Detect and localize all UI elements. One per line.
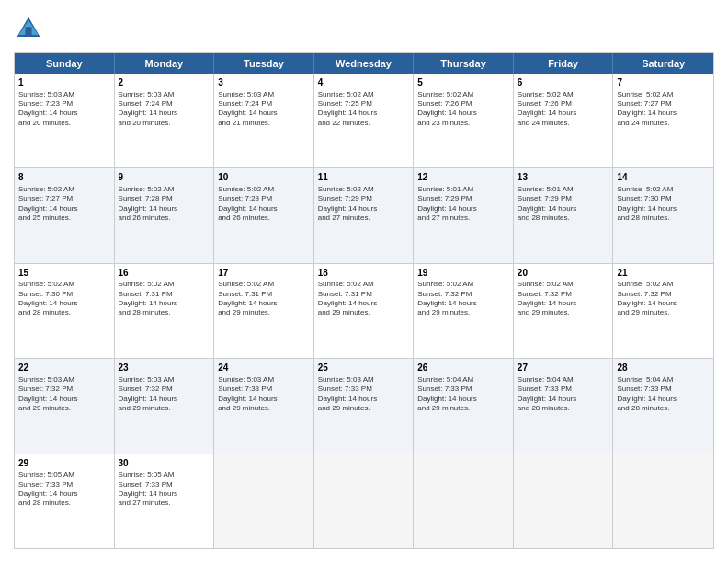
day-number: 5 — [417, 76, 509, 89]
cell-line: Sunrise: 5:01 AM — [518, 185, 609, 194]
day-number: 26 — [417, 362, 509, 374]
cell-line: and 27 minutes. — [119, 499, 210, 508]
day-number: 1 — [18, 76, 110, 89]
day-number: 10 — [218, 171, 310, 184]
calendar-cell-16: 16Sunrise: 5:02 AMSunset: 7:31 PMDayligh… — [115, 264, 215, 358]
day-number: 4 — [318, 76, 410, 89]
calendar-cell-28: 28Sunrise: 5:04 AMSunset: 7:33 PMDayligh… — [613, 359, 713, 453]
calendar-cell-15: 15Sunrise: 5:02 AMSunset: 7:30 PMDayligh… — [15, 264, 115, 358]
calendar-row-4: 29Sunrise: 5:05 AMSunset: 7:33 PMDayligh… — [15, 454, 713, 548]
cell-line: Sunrise: 5:03 AM — [18, 375, 110, 385]
cell-line: Daylight: 14 hours — [18, 489, 110, 499]
calendar-cell-27: 27Sunrise: 5:04 AMSunset: 7:33 PMDayligh… — [514, 359, 614, 453]
cell-line: Sunset: 7:28 PM — [218, 194, 310, 203]
calendar-cell-9: 9Sunrise: 5:02 AMSunset: 7:28 PMDaylight… — [115, 168, 215, 262]
cell-line: and 28 minutes. — [18, 499, 110, 508]
day-number: 19 — [417, 267, 509, 280]
cell-line: Daylight: 14 hours — [119, 489, 210, 499]
cell-line: Daylight: 14 hours — [318, 395, 410, 404]
day-number: 11 — [318, 171, 410, 184]
cell-line: Sunset: 7:26 PM — [417, 99, 509, 109]
calendar-row-3: 22Sunrise: 5:03 AMSunset: 7:32 PMDayligh… — [15, 359, 713, 454]
cell-line: Daylight: 14 hours — [518, 204, 609, 213]
day-number: 7 — [617, 76, 710, 89]
cell-line: Sunset: 7:33 PM — [218, 385, 310, 394]
cell-line: Daylight: 14 hours — [119, 395, 210, 404]
day-number: 21 — [617, 267, 710, 280]
day-number: 29 — [18, 457, 110, 470]
calendar-cell-3: 3Sunrise: 5:03 AMSunset: 7:24 PMDaylight… — [214, 74, 314, 167]
cell-line: Sunrise: 5:02 AM — [218, 280, 310, 289]
cell-line: Sunset: 7:29 PM — [318, 194, 410, 203]
day-number: 16 — [119, 267, 210, 280]
cell-line: Sunrise: 5:03 AM — [218, 375, 310, 385]
cell-line: and 26 minutes. — [119, 213, 210, 223]
cell-line: Sunset: 7:32 PM — [18, 385, 110, 394]
header-day-friday: Friday — [514, 53, 614, 74]
cell-line: Sunrise: 5:02 AM — [318, 185, 410, 194]
cell-line: and 26 minutes. — [218, 213, 310, 223]
cell-line: Daylight: 14 hours — [119, 109, 210, 118]
cell-line: Sunrise: 5:02 AM — [417, 90, 509, 99]
day-number: 8 — [18, 171, 110, 184]
cell-line: Sunrise: 5:02 AM — [617, 280, 710, 289]
day-number: 22 — [18, 362, 110, 374]
cell-line: and 29 minutes. — [318, 404, 410, 413]
cell-line: Daylight: 14 hours — [417, 299, 509, 308]
calendar-cell-4: 4Sunrise: 5:02 AMSunset: 7:25 PMDaylight… — [314, 74, 415, 167]
cell-line: Sunrise: 5:02 AM — [18, 185, 110, 194]
cell-line: Sunset: 7:29 PM — [518, 194, 609, 203]
cell-line: Sunrise: 5:04 AM — [417, 375, 509, 385]
calendar-cell-empty — [214, 454, 314, 548]
cell-line: Sunrise: 5:04 AM — [518, 375, 609, 385]
cell-line: Sunrise: 5:02 AM — [18, 280, 110, 289]
calendar: SundayMondayTuesdayWednesdayThursdayFrid… — [14, 52, 714, 549]
cell-line: Sunrise: 5:03 AM — [18, 90, 110, 99]
calendar-cell-6: 6Sunrise: 5:02 AMSunset: 7:26 PMDaylight… — [514, 74, 614, 167]
cell-line: and 27 minutes. — [318, 213, 410, 223]
cell-line: Sunset: 7:30 PM — [617, 194, 710, 203]
cell-line: and 29 minutes. — [617, 308, 710, 317]
cell-line: Daylight: 14 hours — [417, 204, 509, 213]
header-day-sunday: Sunday — [15, 53, 115, 74]
cell-line: and 23 minutes. — [417, 119, 509, 128]
cell-line: Sunrise: 5:03 AM — [218, 90, 310, 99]
cell-line: Sunrise: 5:02 AM — [518, 280, 609, 289]
calendar-cell-8: 8Sunrise: 5:02 AMSunset: 7:27 PMDaylight… — [15, 168, 115, 262]
cell-line: Sunset: 7:32 PM — [119, 385, 210, 394]
calendar-cell-20: 20Sunrise: 5:02 AMSunset: 7:32 PMDayligh… — [514, 264, 614, 358]
cell-line: Sunset: 7:31 PM — [119, 290, 210, 299]
cell-line: Sunrise: 5:05 AM — [18, 470, 110, 479]
calendar-cell-29: 29Sunrise: 5:05 AMSunset: 7:33 PMDayligh… — [15, 454, 115, 548]
cell-line: Sunset: 7:26 PM — [518, 99, 609, 109]
cell-line: Sunset: 7:31 PM — [318, 290, 410, 299]
cell-line: Daylight: 14 hours — [417, 395, 509, 404]
header-day-wednesday: Wednesday — [314, 53, 415, 74]
day-number: 14 — [617, 171, 710, 184]
cell-line: Sunrise: 5:01 AM — [417, 185, 509, 194]
cell-line: Sunset: 7:28 PM — [119, 194, 210, 203]
cell-line: Daylight: 14 hours — [417, 109, 509, 118]
cell-line: Sunrise: 5:02 AM — [518, 90, 609, 99]
calendar-cell-23: 23Sunrise: 5:03 AMSunset: 7:32 PMDayligh… — [115, 359, 215, 453]
calendar-cell-5: 5Sunrise: 5:02 AMSunset: 7:26 PMDaylight… — [414, 74, 514, 167]
day-number: 9 — [119, 171, 210, 184]
cell-line: and 28 minutes. — [18, 308, 110, 317]
cell-line: Daylight: 14 hours — [617, 299, 710, 308]
cell-line: Daylight: 14 hours — [318, 299, 410, 308]
day-number: 28 — [617, 362, 710, 374]
cell-line: Sunset: 7:33 PM — [318, 385, 410, 394]
calendar-header: SundayMondayTuesdayWednesdayThursdayFrid… — [15, 53, 713, 74]
cell-line: Sunset: 7:33 PM — [617, 385, 710, 394]
calendar-row-0: 1Sunrise: 5:03 AMSunset: 7:23 PMDaylight… — [15, 74, 713, 168]
calendar-cell-empty — [314, 454, 415, 548]
cell-line: Daylight: 14 hours — [318, 109, 410, 118]
cell-line: Sunset: 7:33 PM — [417, 385, 509, 394]
day-number: 6 — [518, 76, 609, 89]
calendar-cell-25: 25Sunrise: 5:03 AMSunset: 7:33 PMDayligh… — [314, 359, 415, 453]
cell-line: Daylight: 14 hours — [518, 299, 609, 308]
cell-line: Daylight: 14 hours — [518, 395, 609, 404]
cell-line: Sunrise: 5:02 AM — [218, 185, 310, 194]
cell-line: and 29 minutes. — [119, 404, 210, 413]
day-number: 20 — [518, 267, 609, 280]
